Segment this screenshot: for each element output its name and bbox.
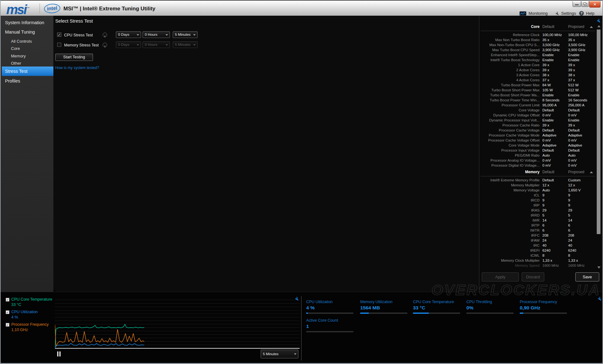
setting-proposed-value[interactable]: 0 mV <box>568 113 594 118</box>
setting-proposed-value[interactable]: 0 mV <box>568 138 594 143</box>
core-collapse-chevron-icon[interactable] <box>590 26 593 28</box>
memory-stress-info-icon[interactable] <box>103 43 107 47</box>
table-row[interactable]: Max Turbo Boost CPU Speed 3,900 GHz 3,90… <box>479 47 596 52</box>
cpu-minutes-dropdown[interactable]: 5 Minutes <box>173 31 198 38</box>
setting-proposed-value[interactable]: Enable <box>568 57 594 62</box>
table-row[interactable]: Core Voltage Default Default <box>479 108 596 113</box>
table-row[interactable]: Processor Cache Voltage Mode Adaptive Ad… <box>479 133 596 138</box>
table-row[interactable]: tRRD 5 5 <box>479 213 596 218</box>
table-row[interactable]: Processor Analog IO Voltage... 0 mV 0 mV <box>479 158 596 163</box>
panel-wrench-icon[interactable] <box>596 18 601 23</box>
table-row[interactable]: Turbo Boost Power Max 84 W 512 W <box>479 83 596 88</box>
setting-proposed-value[interactable]: 24 <box>568 238 594 243</box>
setting-proposed-value[interactable]: Custom <box>568 178 594 183</box>
restore-button[interactable] <box>581 1 589 7</box>
setting-proposed-value[interactable]: 14 <box>568 218 594 223</box>
setting-proposed-value[interactable]: 8 <box>568 253 594 258</box>
table-row[interactable]: Intel® Extreme Memory Profile Default Cu… <box>479 178 596 183</box>
menu-help[interactable]: ? Help <box>579 11 595 16</box>
setting-proposed-value[interactable]: 39 x <box>568 62 594 67</box>
setting-proposed-value[interactable]: 0 mV <box>568 158 594 163</box>
pause-button[interactable] <box>57 351 62 356</box>
setting-proposed-value[interactable]: 40 <box>568 243 594 248</box>
sidebar-item-memory[interactable]: Memory <box>11 54 26 58</box>
setting-proposed-value[interactable]: Adaptive <box>568 133 594 138</box>
table-row[interactable]: Memory Speed 1600 MHz 1600 MHz <box>479 263 596 267</box>
setting-proposed-value[interactable]: 0 mV <box>568 163 594 168</box>
table-row[interactable]: Intel® Turbo Boost Technology Enable Ena… <box>479 57 596 62</box>
cpu-stress-info-icon[interactable] <box>103 33 107 37</box>
minimize-button[interactable] <box>573 1 581 7</box>
table-row[interactable]: Processor Cache Voltage Offset 0 mV 0 mV <box>479 138 596 143</box>
setting-proposed-value[interactable]: 9 <box>568 198 594 203</box>
memory-days-dropdown[interactable]: 0 Days <box>116 41 141 48</box>
table-row[interactable]: Turbo Boost Short Power Ma... Enable Ena… <box>479 93 596 98</box>
close-button[interactable]: × <box>589 1 600 8</box>
setting-proposed-value[interactable]: 1,650 V <box>568 188 594 193</box>
table-row[interactable]: Max Non-Turbo Boost CPU S... 3,500 GHz 3… <box>479 42 596 47</box>
scrollbar-thumb[interactable] <box>597 29 600 234</box>
setting-proposed-value[interactable]: Auto <box>568 153 594 158</box>
setting-proposed-value[interactable]: 39 x <box>568 67 594 72</box>
graph-interval-dropdown[interactable]: 5 Minutes <box>261 350 298 358</box>
table-row[interactable]: 3 Active Cores 38 x 38 x <box>479 72 596 78</box>
table-row[interactable]: Processor Cache Ratio 39 x 39 x <box>479 123 596 128</box>
setting-proposed-value[interactable]: 5 <box>568 213 594 218</box>
setting-proposed-value[interactable]: 9 <box>568 193 594 198</box>
graph-wrench-icon[interactable] <box>294 296 299 301</box>
setting-proposed-value[interactable]: 38 x <box>568 72 594 78</box>
setting-proposed-value[interactable]: 3,500 GHz <box>568 42 594 47</box>
setting-proposed-value[interactable]: 1600 MHz <box>568 263 594 267</box>
setting-proposed-value[interactable]: Adaptive <box>568 143 594 148</box>
table-row[interactable]: Memory Clock Multiplier 1,33 x 1,33 x <box>479 258 596 263</box>
memory-stress-test-checkbox[interactable] <box>57 43 61 47</box>
sidebar-item-all-controls[interactable]: All Controls <box>11 39 32 44</box>
table-row[interactable]: Processor Digital IO Voltage... 0 mV 0 m… <box>479 163 596 168</box>
scroll-down-icon[interactable] <box>597 266 600 269</box>
setting-proposed-value[interactable]: 37 x <box>568 78 594 83</box>
sidebar-item-manual-tuning[interactable]: Manual Tuning <box>5 29 35 35</box>
table-row[interactable]: Memory Multiplier 12 x 12 x <box>479 183 596 188</box>
memory-hours-dropdown[interactable]: 0 Hours <box>143 41 170 48</box>
legend-temp-checkbox[interactable]: ✓ <box>6 298 9 302</box>
how-tested-link[interactable]: How is my system tested? <box>55 66 99 70</box>
table-row[interactable]: Core Voltage Mode Adaptive Adaptive <box>479 143 596 148</box>
table-row[interactable]: tFAW 24 24 <box>479 238 596 243</box>
table-row[interactable]: tRAS 29 29 <box>479 208 596 213</box>
table-row[interactable]: tRTP 6 6 <box>479 223 596 228</box>
setting-proposed-value[interactable]: 29 <box>568 208 594 213</box>
cpu-hours-dropdown[interactable]: 0 Hours <box>143 31 170 38</box>
table-row[interactable]: Max Non Turbo Boost Ratio 35 x 35 x <box>479 37 596 42</box>
legend-freq-checkbox[interactable]: ✓ <box>6 323 9 327</box>
start-testing-button[interactable]: Start Testing <box>55 54 93 61</box>
table-row[interactable]: PEG/DMI Ratio Auto Auto <box>479 153 596 158</box>
setting-proposed-value[interactable]: Enable <box>568 93 594 98</box>
memory-collapse-chevron-icon[interactable] <box>590 171 593 173</box>
tuning-scrollbar[interactable] <box>596 24 601 269</box>
table-row[interactable]: Turbo Boost Power Time Win... 8 Seconds … <box>479 98 596 103</box>
sidebar-item-core[interactable]: Core <box>11 46 20 51</box>
setting-proposed-value[interactable]: 39 x <box>568 123 594 128</box>
table-row[interactable]: Processor Input Voltage Default Default <box>479 148 596 153</box>
setting-proposed-value[interactable]: 6 <box>568 228 594 233</box>
table-row[interactable]: 4 Active Cores 37 x 37 x <box>479 78 596 83</box>
setting-proposed-value[interactable]: 512 W <box>568 83 594 88</box>
cpu-days-dropdown[interactable]: 0 Days <box>116 31 141 38</box>
setting-proposed-value[interactable]: Default <box>568 128 594 133</box>
table-row[interactable]: Dynamic CPU Voltage Offset 0 mV 0 mV <box>479 113 596 118</box>
setting-proposed-value[interactable]: Default <box>568 108 594 113</box>
legend-util-checkbox[interactable]: ✓ <box>6 310 9 314</box>
table-row[interactable]: Dynamic Processor Input Volt... Enable E… <box>479 118 596 123</box>
setting-proposed-value[interactable]: Enable <box>568 118 594 123</box>
table-row[interactable]: tRC 40 40 <box>479 243 596 248</box>
table-row[interactable]: Processor Cache Voltage Default Default <box>479 128 596 133</box>
setting-proposed-value[interactable]: 512 W <box>568 88 594 93</box>
table-row[interactable]: tWR 14 14 <box>479 218 596 223</box>
table-row[interactable]: Memory Voltage Auto 1,650 V <box>479 188 596 193</box>
setting-proposed-value[interactable]: 9 <box>568 203 594 208</box>
setting-proposed-value[interactable]: 208 <box>568 233 594 238</box>
memory-minutes-dropdown[interactable]: 5 Minutes <box>173 41 198 48</box>
setting-proposed-value[interactable]: 12 x <box>568 183 594 188</box>
sidebar-item-stress-test[interactable]: Stress Test <box>2 67 53 76</box>
sidebar-item-other[interactable]: Other <box>11 61 21 66</box>
